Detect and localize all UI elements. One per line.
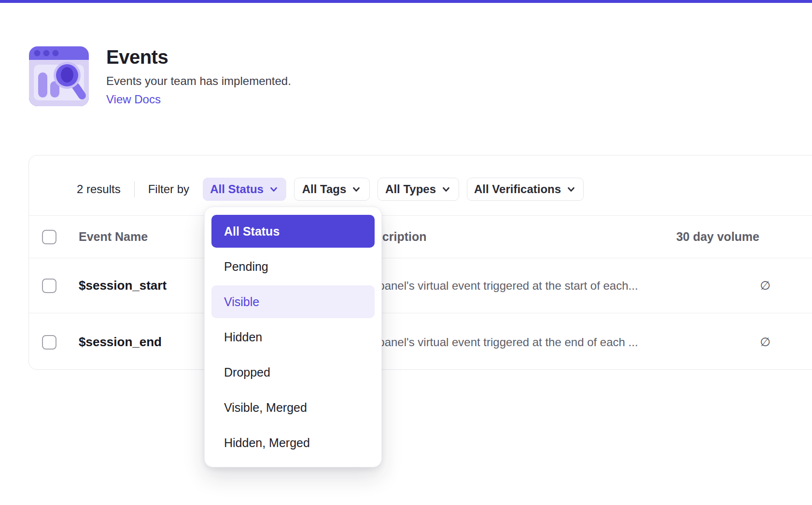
event-30-day-volume: ∅ [29,258,770,313]
status-option-all-status[interactable]: All Status [211,215,375,248]
verifications-filter-button[interactable]: All Verifications [467,178,584,201]
top-accent-bar [0,0,812,3]
status-filter-button[interactable]: All Status [203,178,286,201]
event-30-day-volume: ∅ [29,313,770,371]
status-option-hidden[interactable]: Hidden [211,321,375,353]
types-filter-label: All Types [385,182,436,196]
tags-filter-button[interactable]: All Tags [294,178,370,201]
filter-chips: All Status All Tags All Types All Verifi… [203,178,584,201]
results-count: 2 results [77,182,121,196]
chevron-down-icon [441,184,451,195]
page-title: Events [106,46,291,68]
status-option-dropped[interactable]: Dropped [211,356,375,389]
events-table-card: 2 results Filter by All Status All Tags … [28,155,812,370]
chevron-down-icon [566,184,576,195]
table-header-row: Event Name Description 30 day volume 30 … [29,215,812,258]
tags-filter-label: All Tags [302,182,347,196]
filter-bar: 2 results Filter by All Status All Tags … [29,155,812,215]
status-option-hidden-merged[interactable]: Hidden, Merged [211,426,375,459]
status-filter-dropdown: All Status Pending Visible Hidden Droppe… [204,207,382,467]
chevron-down-icon [268,184,279,195]
types-filter-button[interactable]: All Types [378,178,459,201]
verifications-filter-label: All Verifications [474,182,561,196]
column-header-30-day-volume: 30 day volume [29,216,759,258]
events-browser-analytics-icon [28,45,90,107]
table-row[interactable]: $session_start Mixpanel's virtual event … [29,258,812,313]
view-docs-link[interactable]: View Docs [106,93,161,106]
page-header: Events Events your team has implemented.… [28,45,291,107]
filter-by-label: Filter by [148,182,189,196]
status-option-visible-merged[interactable]: Visible, Merged [211,391,375,424]
filter-bar-divider [134,181,135,197]
page-subtitle: Events your team has implemented. [106,74,291,88]
status-option-visible[interactable]: Visible [211,285,375,318]
chevron-down-icon [351,184,362,195]
status-filter-label: All Status [210,182,264,196]
table-row[interactable]: $session_end Mixpanel's virtual event tr… [29,313,812,371]
status-option-pending[interactable]: Pending [211,250,375,283]
